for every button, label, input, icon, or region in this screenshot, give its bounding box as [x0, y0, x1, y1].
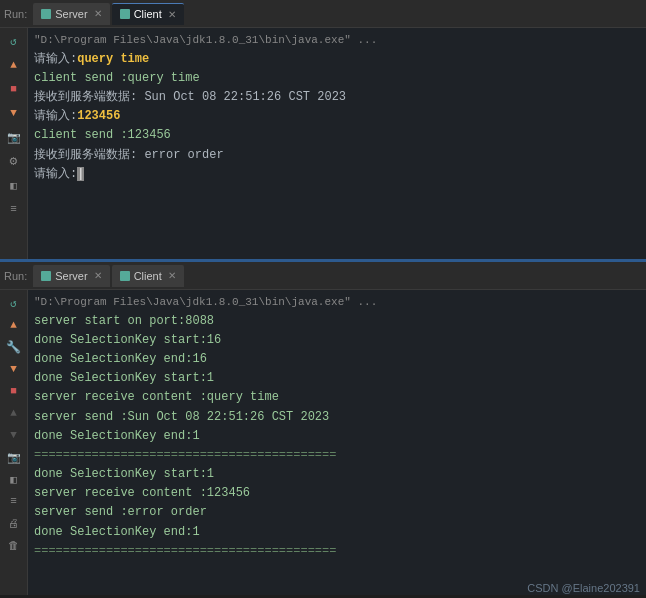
- bottom-line-10: server receive content :123456: [34, 484, 640, 503]
- bottom-line-5: done SelectionKey start:1: [34, 369, 640, 388]
- top-line-4: 接收到服务端数据: Sun Oct 08 22:51:26 CST 2023: [34, 88, 640, 107]
- bottom-line-6: server receive content :query time: [34, 388, 640, 407]
- bottom-line-1: "D:\Program Files\Java\jdk1.8.0_31\bin\j…: [34, 294, 640, 312]
- top-content-area: ↺ ▲ ■ ▼ 📷 ⚙ ◧ ≡ "D:\Program Files\Java\j…: [0, 28, 646, 259]
- tab-client-top[interactable]: Client ✕: [112, 3, 184, 25]
- top-sidebar: ↺ ▲ ■ ▼ 📷 ⚙ ◧ ≡: [0, 28, 28, 259]
- top-tab-bar: Run: Server ✕ Client ✕: [0, 0, 646, 28]
- bottom-line-12: done SelectionKey end:1: [34, 523, 640, 542]
- top-panel: Run: Server ✕ Client ✕ ↺ ▲ ■ ▼ 📷 ⚙: [0, 0, 646, 262]
- wrench-btn-bottom[interactable]: 🔧: [4, 338, 24, 356]
- menu-btn-top[interactable]: ≡: [4, 200, 24, 218]
- down2-btn-bottom[interactable]: ▼: [4, 426, 24, 444]
- tab-client-bottom-close[interactable]: ✕: [168, 270, 176, 281]
- bottom-line-3: done SelectionKey start:16: [34, 331, 640, 350]
- top-terminal: "D:\Program Files\Java\jdk1.8.0_31\bin\j…: [28, 28, 646, 259]
- bottom-line-7: server send :Sun Oct 08 22:51:26 CST 202…: [34, 408, 640, 427]
- restart-btn-bottom[interactable]: ↺: [4, 294, 24, 312]
- client-icon-top: [120, 9, 130, 19]
- bottom-line-sep2: ========================================…: [34, 542, 640, 561]
- trash-btn-bottom[interactable]: 🗑: [4, 536, 24, 554]
- bottom-content-area: ↺ ▲ 🔧 ▼ ■ ▲ ▼ 📷 ◧ ≡ 🖨 🗑 "D:\Program File…: [0, 290, 646, 595]
- bottom-sidebar: ↺ ▲ 🔧 ▼ ■ ▲ ▼ 📷 ◧ ≡ 🖨 🗑: [0, 290, 28, 595]
- tab-client-top-label: Client: [134, 8, 162, 20]
- tab-server-top-close[interactable]: ✕: [94, 8, 102, 19]
- bottom-tab-bar: Run: Server ✕ Client ✕: [0, 262, 646, 290]
- camera-btn-top[interactable]: 📷: [4, 128, 24, 146]
- layout-btn-bottom[interactable]: ◧: [4, 470, 24, 488]
- server-icon-top: [41, 9, 51, 19]
- bottom-line-sep1: ========================================…: [34, 446, 640, 465]
- tab-server-bottom-label: Server: [55, 270, 87, 282]
- tab-server-top-label: Server: [55, 8, 87, 20]
- stop-btn-bottom[interactable]: ■: [4, 382, 24, 400]
- up-btn-top[interactable]: ▲: [4, 56, 24, 74]
- tab-server-bottom-close[interactable]: ✕: [94, 270, 102, 281]
- menu-btn-bottom[interactable]: ≡: [4, 492, 24, 510]
- up2-btn-bottom[interactable]: ▲: [4, 404, 24, 422]
- tab-server-top[interactable]: Server ✕: [33, 3, 109, 25]
- top-line-8: 请输入:|: [34, 165, 640, 184]
- camera-btn-bottom[interactable]: 📷: [4, 448, 24, 466]
- top-line-7: 接收到服务端数据: error order: [34, 146, 640, 165]
- bottom-terminal: "D:\Program Files\Java\jdk1.8.0_31\bin\j…: [28, 290, 646, 595]
- watermark: CSDN @Elaine202391: [527, 582, 640, 594]
- settings-btn-top[interactable]: ⚙: [4, 152, 24, 170]
- run-label-top: Run:: [4, 8, 27, 20]
- server-icon-bottom: [41, 271, 51, 281]
- tab-client-bottom-label: Client: [134, 270, 162, 282]
- bottom-line-8: done SelectionKey end:1: [34, 427, 640, 446]
- top-line-5: 请输入:123456: [34, 107, 640, 126]
- bottom-line-2: server start on port:8088: [34, 312, 640, 331]
- down-btn-top[interactable]: ▼: [4, 104, 24, 122]
- top-line-3: client send :query time: [34, 69, 640, 88]
- tab-server-bottom[interactable]: Server ✕: [33, 265, 109, 287]
- top-line-2: 请输入:query time: [34, 50, 640, 69]
- up-btn-bottom[interactable]: ▲: [4, 316, 24, 334]
- print-btn-bottom[interactable]: 🖨: [4, 514, 24, 532]
- tab-client-top-close[interactable]: ✕: [168, 9, 176, 20]
- run-label-bottom: Run:: [4, 270, 27, 282]
- stop-btn-top[interactable]: ■: [4, 80, 24, 98]
- bottom-line-4: done SelectionKey end:16: [34, 350, 640, 369]
- bottom-panel: Run: Server ✕ Client ✕ ↺ ▲ 🔧 ▼ ■ ▲: [0, 262, 646, 595]
- layout-btn-top[interactable]: ◧: [4, 176, 24, 194]
- down-btn-bottom[interactable]: ▼: [4, 360, 24, 378]
- client-icon-bottom: [120, 271, 130, 281]
- top-line-6: client send :123456: [34, 126, 640, 145]
- top-line-1: "D:\Program Files\Java\jdk1.8.0_31\bin\j…: [34, 32, 640, 50]
- tab-client-bottom[interactable]: Client ✕: [112, 265, 184, 287]
- bottom-line-9: done SelectionKey start:1: [34, 465, 640, 484]
- bottom-line-11: server send :error order: [34, 503, 640, 522]
- restart-btn-top[interactable]: ↺: [4, 32, 24, 50]
